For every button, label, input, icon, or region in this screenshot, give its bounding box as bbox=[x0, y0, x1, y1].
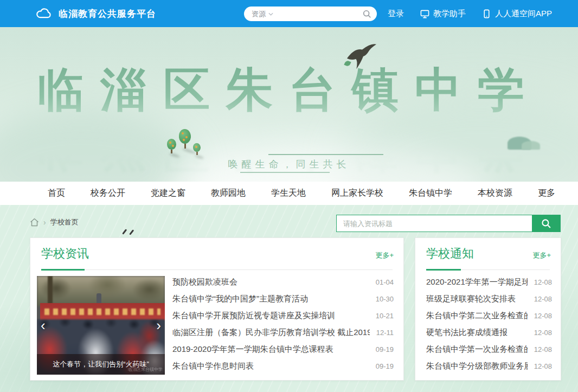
renrentong-app-label: 人人通空间APP bbox=[495, 9, 552, 19]
news-item-date: 01-04 bbox=[376, 278, 394, 286]
topbar-search[interactable]: 资源 bbox=[244, 7, 377, 21]
swallow-icon bbox=[346, 42, 377, 70]
notice-item-title: 朱台镇中学分级部教师业务展 bbox=[426, 361, 528, 371]
news-panel-title: 学校资讯 bbox=[41, 246, 89, 262]
school-news-panel: 学校资讯 更多+ ‹ › 这个春节，让我们告别“火药味” 临淄区朱台镇中学 预防… bbox=[30, 237, 404, 381]
nav-item[interactable]: 党建之窗 bbox=[151, 188, 185, 199]
teaching-assistant-label: 教学助手 bbox=[433, 9, 466, 19]
notice-item-date: 12-08 bbox=[534, 345, 552, 354]
photo-watermark: 临淄区朱台镇中学 bbox=[128, 367, 163, 372]
notice-item[interactable]: 朱台镇中学第一次业务检查的 12-08 bbox=[426, 341, 552, 358]
search-icon bbox=[541, 219, 551, 229]
notice-item-title: 硬笔书法比赛成绩通报 bbox=[426, 327, 528, 338]
cloud-logo-icon bbox=[36, 7, 53, 20]
news-search-input[interactable] bbox=[337, 215, 532, 232]
hero-banner: 临淄区朱台镇中学 临淄区朱台镇中学 bbox=[0, 27, 578, 182]
news-item[interactable]: 朱台镇中学“我的中国梦”主题教育活动 10-30 bbox=[172, 291, 394, 307]
phone-icon bbox=[482, 9, 491, 18]
nav-item[interactable]: 首页 bbox=[48, 188, 65, 199]
notice-item-date: 12-08 bbox=[534, 312, 552, 320]
mountain-decoration bbox=[503, 136, 541, 150]
main-nav: 首页校务公开党建之窗教师园地学生天地网上家长学校朱台镇中学本校资源更多 bbox=[0, 182, 578, 205]
news-item[interactable]: 临淄区注册（备案）民办非学历教育培训学校 截止2019 12-11 bbox=[172, 324, 394, 341]
school-notice-panel: 学校通知 更多+ 2020-2021学年第一学期足球 12-08 班级足球联赛轮… bbox=[415, 237, 561, 381]
news-search bbox=[336, 215, 561, 232]
notice-item-title: 朱台镇中学第一次业务检查的 bbox=[426, 344, 528, 355]
panel-divider bbox=[426, 268, 550, 270]
news-item-title: 朱台镇中学“我的中国梦”主题教育活动 bbox=[172, 294, 369, 304]
birds-decoration bbox=[121, 231, 136, 239]
nav-item[interactable]: 教师园地 bbox=[211, 188, 246, 199]
panel-divider bbox=[41, 268, 393, 270]
login-link[interactable]: 登录 bbox=[388, 9, 404, 19]
notice-item[interactable]: 硬笔书法比赛成绩通报 12-08 bbox=[426, 324, 552, 341]
brand-title: 临淄教育公共服务平台 bbox=[59, 8, 156, 20]
nav-item[interactable]: 更多 bbox=[538, 188, 555, 199]
news-item[interactable]: 2019-2020学年第一学期朱台镇中学总课程表 09-19 bbox=[172, 341, 394, 358]
home-icon[interactable] bbox=[30, 218, 39, 227]
notice-item-date: 12-08 bbox=[534, 329, 552, 337]
carousel-caption-bar: 这个春节，让我们告别“火药味” 临淄区朱台镇中学 bbox=[37, 354, 165, 375]
news-item-date: 09-19 bbox=[376, 345, 394, 354]
topbar-menu: 登录 教学助手 人人通空间APP bbox=[388, 0, 552, 27]
teaching-assistant-link[interactable]: 教学助手 bbox=[420, 9, 466, 19]
notice-panel-title: 学校通知 bbox=[426, 246, 474, 262]
nav-item[interactable]: 学生天地 bbox=[271, 188, 306, 199]
search-icon[interactable] bbox=[363, 10, 371, 18]
nav-item[interactable]: 校务公开 bbox=[91, 188, 125, 199]
school-name-title: 临淄区朱台镇中学 bbox=[0, 59, 578, 122]
news-item-title: 朱台镇中学开展预防近视专题讲座及实操培训 bbox=[172, 311, 369, 321]
notice-item-date: 12-08 bbox=[534, 295, 552, 303]
news-item-date: 10-30 bbox=[376, 295, 394, 303]
notice-item[interactable]: 2020-2021学年第一学期足球 12-08 bbox=[426, 274, 552, 291]
notice-item[interactable]: 班级足球联赛轮次安排表 12-08 bbox=[426, 291, 552, 307]
news-item-title: 临淄区注册（备案）民办非学历教育培训学校 截止2019 bbox=[172, 327, 370, 338]
news-item-title: 预防校园欺凌班会 bbox=[172, 277, 369, 287]
breadcrumb-separator: › bbox=[43, 218, 46, 227]
news-item[interactable]: 朱台镇中学开展预防近视专题讲座及实操培训 10-21 bbox=[172, 307, 394, 324]
notice-more-link[interactable]: 更多+ bbox=[532, 250, 551, 262]
carousel-prev-button[interactable]: ‹ bbox=[41, 318, 46, 332]
notice-item[interactable]: 朱台镇中学分级部教师业务展 12-08 bbox=[426, 358, 552, 375]
topbar: 临淄教育公共服务平台 资源 登录 教学助手 人人通空间APP bbox=[0, 0, 578, 27]
news-carousel[interactable]: ‹ › 这个春节，让我们告别“火药味” 临淄区朱台镇中学 bbox=[37, 276, 165, 375]
search-category-value: 资源 bbox=[252, 9, 266, 19]
news-item-title: 2019-2020学年第一学期朱台镇中学总课程表 bbox=[172, 344, 369, 355]
chevron-down-icon bbox=[268, 12, 273, 16]
search-category-select[interactable]: 资源 bbox=[252, 9, 273, 19]
notice-item-title: 班级足球联赛轮次安排表 bbox=[426, 294, 528, 304]
notice-item-title: 2020-2021学年第一学期足球 bbox=[426, 277, 528, 287]
news-item[interactable]: 朱台镇中学作息时间表 09-19 bbox=[172, 358, 394, 375]
notice-item-date: 12-08 bbox=[534, 278, 552, 286]
news-item[interactable]: 预防校园欺凌班会 01-04 bbox=[172, 274, 394, 291]
notice-item[interactable]: 朱台镇中学第二次业务检查的 12-08 bbox=[426, 307, 552, 324]
news-search-button[interactable] bbox=[532, 215, 560, 232]
news-item-date: 09-19 bbox=[376, 362, 394, 370]
news-more-link[interactable]: 更多+ bbox=[375, 250, 394, 262]
platform-brand[interactable]: 临淄教育公共服务平台 bbox=[36, 0, 156, 27]
news-item-date: 10-21 bbox=[376, 312, 394, 320]
notice-item-date: 12-08 bbox=[534, 362, 552, 370]
breadcrumb-current: 学校首页 bbox=[50, 217, 79, 227]
news-item-title: 朱台镇中学作息时间表 bbox=[172, 361, 369, 371]
monitor-icon bbox=[420, 9, 429, 18]
news-item-date: 12-11 bbox=[376, 329, 394, 337]
renrentong-app-link[interactable]: 人人通空间APP bbox=[482, 9, 552, 19]
nav-item[interactable]: 朱台镇中学 bbox=[409, 188, 452, 199]
page: 临淄教育公共服务平台 资源 登录 教学助手 人人通空间APP 临淄区朱台镇中学 … bbox=[0, 0, 578, 392]
breadcrumb: › 学校首页 bbox=[30, 217, 79, 227]
carousel-next-button[interactable]: › bbox=[156, 318, 161, 332]
notice-item-title: 朱台镇中学第二次业务检查的 bbox=[426, 311, 528, 321]
nav-item[interactable]: 本校资源 bbox=[478, 188, 512, 199]
nav-item[interactable]: 网上家长学校 bbox=[331, 188, 383, 199]
